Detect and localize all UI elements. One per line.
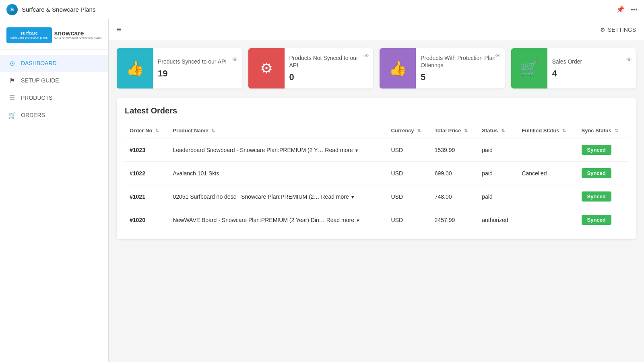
currency: USD [386, 138, 429, 162]
eye-icon-not-synced[interactable]: 👁 [363, 53, 369, 59]
hamburger-icon[interactable]: ≡ [117, 25, 122, 34]
sort-sync-status[interactable]: ⇅ [615, 128, 618, 133]
cart-icon-green: 🛒 [520, 60, 538, 77]
more-icon[interactable]: ••• [631, 6, 638, 13]
sidebar-item-label: SETUP GUIDE [21, 77, 59, 84]
eye-icon-synced[interactable]: 👁 [232, 56, 238, 63]
main-header: ≡ ⚙ SETTINGS [109, 19, 644, 40]
product-name: Avalanch 101 Skis [168, 162, 386, 185]
sidebar-item-label: ORDERS [21, 112, 45, 118]
pin-icon[interactable]: 📌 [616, 6, 624, 13]
top-bar-left: S Surfcare & Snowcare Plans [6, 4, 95, 15]
sidebar-item-setup[interactable]: ⚑ SETUP GUIDE [0, 72, 108, 89]
protection-value: 5 [421, 72, 500, 82]
layout: surfcare surfboard protection plans snow… [0, 19, 644, 362]
total-price: 1539.99 [430, 138, 477, 162]
top-bar: S Surfcare & Snowcare Plans 📌 ••• [0, 0, 644, 19]
sales-icon-box: 🛒 [511, 48, 547, 88]
sync-status: Synced [577, 162, 628, 185]
synced-label: Products Synced to our API [158, 58, 237, 65]
table-row: #1023 Leaderboard Snowboard - Snowcare P… [125, 138, 628, 162]
sort-product-name[interactable]: ⇅ [211, 128, 215, 133]
orders-section: Latest Orders Order No ⇅ Product Name ⇅ [117, 98, 636, 239]
status: paid [477, 138, 517, 162]
sidebar-item-orders[interactable]: 🛒 ORDERS [0, 107, 108, 124]
sort-total-price[interactable]: ⇅ [464, 128, 468, 133]
total-price: 748.00 [430, 185, 477, 208]
read-more-link[interactable]: Read more [326, 217, 354, 223]
table-row: #1020 NewWAVE Board - Snowcare Plan:PREM… [125, 208, 628, 232]
sales-card-body: 👁 Sales Order 4 [547, 52, 636, 84]
synced-badge: Synced [582, 168, 611, 178]
surfcare-logo: surfcare surfboard protection plans [6, 27, 52, 43]
read-more-link[interactable]: Read more [321, 193, 349, 200]
status: paid [477, 162, 517, 185]
fulfilled-status [517, 185, 576, 208]
top-bar-right: 📌 ••• [616, 6, 638, 13]
not-synced-card-body: 👁 Products Not Synced to our API 0 [285, 49, 374, 88]
status: paid [477, 185, 517, 208]
total-price: 699.00 [430, 162, 477, 185]
product-name: Leaderboard Snowboard - Snowcare Plan:PR… [168, 138, 386, 162]
currency: USD [386, 208, 429, 232]
table-header-row: Order No ⇅ Product Name ⇅ Currency ⇅ T [125, 123, 628, 138]
sidebar-logo: surfcare surfboard protection plans snow… [0, 19, 108, 50]
thumbsup-icon-purple: 👍 [389, 60, 407, 77]
read-more-link[interactable]: Read more [325, 147, 353, 153]
protection-card-body: 👁 Products With Protection Plan Offering… [416, 49, 505, 88]
order-no: #1021 [125, 185, 168, 208]
orders-title: Latest Orders [125, 106, 628, 115]
gear-icon-red: ⚙ [260, 60, 273, 77]
fulfilled-status [517, 208, 576, 232]
sidebar-item-label: DASHBOARD [21, 60, 57, 66]
total-price: 2457.99 [430, 208, 477, 232]
eye-icon-protection[interactable]: 👁 [495, 53, 501, 59]
synced-card-body: 👁 Products Synced to our API 19 [153, 52, 242, 84]
dashboard-icon: ⊙ [8, 60, 16, 67]
stat-card-protection: 👍 👁 Products With Protection Plan Offeri… [380, 48, 505, 88]
col-status: Status ⇅ [477, 123, 517, 138]
app-title: Surfcare & Snowcare Plans [22, 6, 95, 13]
synced-badge: Synced [582, 145, 611, 155]
thumbsup-icon: 👍 [126, 60, 144, 77]
protection-label: Products With Protection Plan Offerings [421, 54, 500, 69]
fulfilled-status: Cancelled [517, 162, 576, 185]
product-name: 02051 Surfboard no desc - Snowcare Plan:… [168, 185, 386, 208]
app-logo-circle: S [6, 4, 18, 15]
setup-icon: ⚑ [8, 77, 16, 84]
gear-icon: ⚙ [600, 27, 605, 33]
sidebar-nav: ⊙ DASHBOARD ⚑ SETUP GUIDE ☰ PRODUCTS 🛒 O… [0, 50, 108, 129]
table-row: #1022 Avalanch 101 Skis USD 699.00 paid … [125, 162, 628, 185]
product-name: NewWAVE Board - Snowcare Plan:PREMIUM (2… [168, 208, 386, 232]
sync-status: Synced [577, 185, 628, 208]
order-no: #1023 [125, 138, 168, 162]
logo-inner: surfcare surfboard protection plans snow… [6, 27, 102, 43]
stat-card-not-synced: ⚙ 👁 Products Not Synced to our API 0 [248, 48, 374, 88]
chevron-down-icon: ▼ [356, 218, 360, 223]
sort-status[interactable]: ⇅ [501, 128, 505, 133]
eye-icon-sales[interactable]: 👁 [626, 56, 632, 63]
orders-icon: 🛒 [8, 111, 16, 119]
sync-status: Synced [577, 208, 628, 232]
synced-badge: Synced [582, 215, 611, 225]
stat-cards: 👍 👁 Products Synced to our API 19 ⚙ 👁 Pr… [117, 48, 636, 88]
sidebar-item-dashboard[interactable]: ⊙ DASHBOARD [0, 55, 108, 72]
sort-currency[interactable]: ⇅ [417, 128, 421, 133]
sort-order-no[interactable]: ⇅ [155, 128, 159, 133]
status: authorized [477, 208, 517, 232]
not-synced-icon-box: ⚙ [248, 48, 285, 88]
stat-card-sales: 🛒 👁 Sales Order 4 [511, 48, 636, 88]
sidebar-item-products[interactable]: ☰ PRODUCTS [0, 89, 108, 107]
not-synced-value: 0 [289, 72, 369, 82]
main-content: ≡ ⚙ SETTINGS 👍 👁 Products Synced to our … [109, 19, 644, 362]
orders-table: Order No ⇅ Product Name ⇅ Currency ⇅ T [125, 123, 628, 231]
sync-status: Synced [577, 138, 628, 162]
sidebar-item-label: PRODUCTS [21, 95, 53, 101]
synced-icon-box: 👍 [117, 48, 153, 88]
sort-fulfilled-status[interactable]: ⇅ [562, 128, 566, 133]
sales-label: Sales Order [552, 58, 632, 65]
col-fulfilled-status: Fulfilled Status ⇅ [517, 123, 576, 138]
settings-button[interactable]: ⚙ SETTINGS [600, 27, 636, 33]
col-sync-status: Sync Status ⇅ [577, 123, 628, 138]
order-no: #1020 [125, 208, 168, 232]
